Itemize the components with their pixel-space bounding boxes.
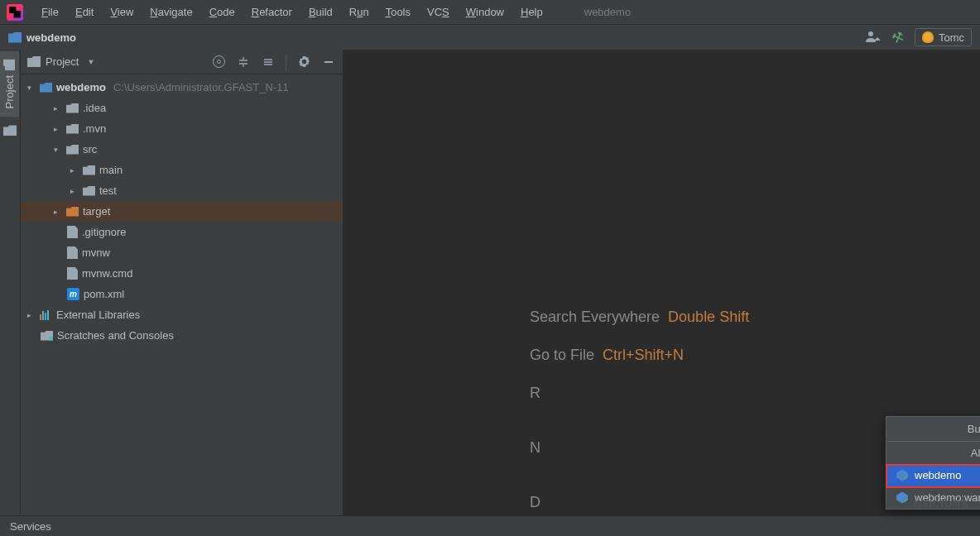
build-hammer-icon[interactable]: ⚒ — [887, 26, 909, 48]
tree-mvnw-cmd[interactable]: mvnw.cmd — [21, 263, 343, 284]
breadcrumb[interactable]: webdemo — [26, 31, 76, 44]
menu-edit[interactable]: Edit — [67, 6, 102, 18]
tree-mvnw[interactable]: mvnw — [21, 242, 343, 263]
project-view-icon — [27, 56, 41, 67]
menu-tools[interactable]: Tools — [377, 6, 419, 18]
menu-code[interactable]: Code — [201, 6, 243, 18]
left-gutter: Project — [0, 50, 21, 515]
expand-arrow-icon[interactable]: ▾ — [27, 84, 36, 92]
app-icon — [7, 4, 23, 21]
popup-artifact-webdemo[interactable]: webdemo ▶ — [886, 464, 980, 486]
tree-scratches[interactable]: Scratches and Consoles — [21, 325, 343, 346]
file-icon — [67, 226, 78, 238]
project-tree: ▾ webdemo C:\Users\Administrator.GFAST_N… — [21, 74, 343, 515]
expand-all-button[interactable] — [236, 55, 251, 69]
settings-gear-icon[interactable] — [296, 55, 311, 69]
select-opened-file-button[interactable] — [211, 55, 226, 69]
menu-view[interactable]: View — [102, 6, 142, 18]
run-config-label: Tomc — [939, 31, 964, 44]
expand-arrow-icon[interactable]: ▾ — [54, 146, 62, 154]
menu-refactor[interactable]: Refactor — [243, 6, 300, 18]
svg-point-0 — [302, 60, 305, 64]
artifact-icon — [896, 492, 908, 504]
project-view-label[interactable]: Project — [46, 55, 79, 68]
expand-arrow-icon[interactable]: ▸ — [54, 104, 62, 112]
folder-icon — [66, 103, 79, 113]
tree-gitignore[interactable]: .gitignore — [21, 222, 343, 242]
artifact-icon — [896, 470, 908, 481]
folder-icon — [83, 186, 95, 196]
tomcat-icon — [922, 31, 934, 43]
menu-help[interactable]: Help — [512, 6, 551, 18]
expand-arrow-icon[interactable]: ▸ — [54, 208, 62, 216]
project-tab-icon — [4, 59, 16, 70]
menu-build[interactable]: Build — [300, 6, 341, 18]
project-tool-tab[interactable]: Project — [0, 50, 19, 117]
build-artifact-popup: Build Artifact All Artifacts ▶ webdemo ▶… — [886, 416, 980, 510]
tree-idea[interactable]: ▸ .idea — [21, 98, 343, 118]
svg-rect-1 — [324, 61, 333, 63]
folder-icon — [83, 165, 95, 175]
project-tool-window: Project ▼ ▾ webdemo C:\Users\Administrat… — [21, 50, 343, 515]
expand-arrow-icon[interactable]: ▸ — [70, 187, 79, 195]
project-panel-header: Project ▼ — [21, 50, 343, 74]
tree-src[interactable]: ▾ src — [21, 139, 343, 160]
tree-main[interactable]: ▸ main — [21, 160, 343, 180]
welcome-hints: Search Everywhere Double Shift Go to Fil… — [530, 298, 749, 521]
project-name-label: webdemo — [584, 6, 631, 18]
statusbar: Services — [0, 515, 980, 536]
hint-drop-partial: D — [530, 483, 749, 521]
folder-icon — [66, 145, 79, 155]
user-icon[interactable] — [865, 29, 882, 45]
run-config-dropdown[interactable]: Tomc — [915, 28, 972, 46]
menubar: File Edit View Navigate Code Refactor Bu… — [0, 0, 980, 25]
tree-target[interactable]: ▸ target — [21, 201, 343, 222]
watermark: @51CTO博客 — [914, 498, 970, 510]
navbar: webdemo ⚒ Tomc — [0, 25, 980, 50]
collapse-all-button[interactable] — [261, 55, 276, 69]
expand-arrow-icon[interactable]: ▸ — [54, 125, 62, 133]
tree-mvn[interactable]: ▸ .mvn — [21, 118, 343, 139]
module-folder-icon — [40, 83, 52, 93]
excluded-folder-icon — [66, 207, 79, 217]
popup-all-artifacts[interactable]: All Artifacts ▶ — [886, 442, 980, 464]
tree-test[interactable]: ▸ test — [21, 180, 343, 201]
tree-pom[interactable]: m pom.xml — [21, 284, 343, 304]
menu-vcs[interactable]: VCS — [419, 6, 458, 18]
popup-title: Build Artifact — [886, 417, 980, 442]
hint-goto-key: Ctrl+Shift+N — [603, 347, 684, 363]
maven-icon: m — [67, 288, 79, 300]
dropdown-arrow-icon[interactable]: ▼ — [87, 58, 94, 66]
structure-tab-icon[interactable] — [3, 125, 17, 136]
file-icon — [67, 246, 78, 259]
tree-external-libraries[interactable]: ▸ External Libraries — [21, 304, 343, 325]
menu-file[interactable]: File — [33, 6, 67, 18]
hint-search-key: Double Shift — [668, 309, 749, 325]
breadcrumb-folder-icon — [8, 32, 22, 43]
menu-navigate[interactable]: Navigate — [142, 6, 200, 18]
menu-run[interactable]: Run — [341, 6, 377, 18]
hint-goto-label: Go to File — [530, 347, 594, 363]
hint-search-label: Search Everywhere — [530, 309, 660, 325]
folder-icon — [66, 124, 79, 134]
hide-button[interactable] — [321, 55, 336, 69]
expand-arrow-icon[interactable]: ▸ — [70, 166, 79, 175]
file-icon — [67, 267, 78, 280]
menu-window[interactable]: Window — [458, 6, 512, 18]
editor-area: Search Everywhere Double Shift Go to Fil… — [343, 50, 980, 515]
libraries-icon — [40, 310, 52, 320]
services-tool-button[interactable]: Services — [10, 520, 51, 533]
hint-nav-partial: N — [530, 428, 749, 467]
scratches-icon — [41, 331, 53, 341]
expand-arrow-icon[interactable]: ▸ — [27, 311, 36, 319]
hint-recent-partial: R — [530, 374, 749, 412]
tree-root[interactable]: ▾ webdemo C:\Users\Administrator.GFAST_N… — [21, 77, 343, 98]
